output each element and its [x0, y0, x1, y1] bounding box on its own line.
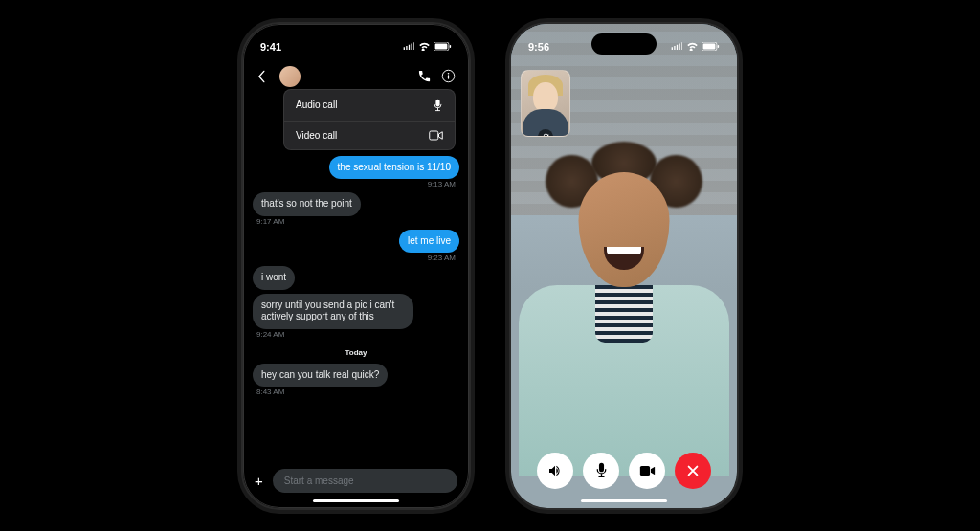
- close-icon: [686, 464, 700, 477]
- wifi-icon: [418, 42, 431, 51]
- call-icon[interactable]: [417, 69, 432, 83]
- status-time: 9:56: [528, 41, 549, 53]
- call-controls: [511, 453, 737, 489]
- contact-avatar[interactable]: [279, 66, 301, 87]
- flip-camera-icon: [542, 132, 550, 137]
- dynamic-island: [591, 33, 657, 55]
- message-time: 9:17 AM: [253, 217, 288, 226]
- message-input[interactable]: Start a message: [273, 469, 457, 493]
- message-bubble[interactable]: hey can you talk real quick?: [253, 364, 388, 387]
- status-time: 9:41: [260, 41, 281, 53]
- svg-rect-6: [435, 99, 439, 106]
- mute-button[interactable]: [583, 453, 619, 489]
- svg-point-4: [448, 73, 450, 75]
- speaker-button[interactable]: [537, 453, 573, 489]
- chat-screen: Audio call Video call the sexual tension…: [243, 62, 469, 508]
- back-button[interactable]: [256, 70, 266, 83]
- message-row: that's so not the point 9:17 AM: [253, 192, 459, 226]
- svg-rect-7: [430, 131, 438, 140]
- status-icons: [403, 42, 452, 51]
- message-bubble[interactable]: i wont: [253, 266, 295, 290]
- message-time: 9:13 AM: [424, 180, 459, 188]
- svg-rect-5: [448, 75, 449, 78]
- message-bubble[interactable]: the sexual tension is 11/10: [329, 156, 459, 180]
- video-icon: [429, 130, 443, 141]
- message-row: sorry until you send a pic i can't activ…: [253, 294, 459, 339]
- message-time: 8:43 AM: [253, 387, 288, 396]
- message-time: 9:23 AM: [424, 254, 459, 262]
- phone-video-call: 9:56: [509, 22, 739, 510]
- end-call-button[interactable]: [675, 453, 711, 489]
- video-call-label: Video call: [296, 130, 337, 141]
- phone-chat: 9:41 Audio call V: [241, 22, 471, 510]
- svg-rect-2: [450, 45, 452, 48]
- audio-call-label: Audio call: [296, 100, 337, 110]
- status-icons: [671, 42, 720, 51]
- message-row: let me live 9:23 AM: [253, 230, 459, 263]
- message-list[interactable]: the sexual tension is 11/10 9:13 AM that…: [243, 97, 469, 463]
- message-bubble[interactable]: let me live: [399, 230, 459, 254]
- self-video-pip[interactable]: [521, 70, 570, 137]
- dynamic-island: [323, 33, 389, 55]
- message-row: the sexual tension is 11/10 9:13 AM: [253, 156, 459, 189]
- wifi-icon: [686, 42, 699, 51]
- info-icon[interactable]: [441, 69, 456, 83]
- camera-icon: [639, 465, 656, 476]
- remote-video: [528, 124, 720, 402]
- svg-rect-1: [435, 44, 448, 50]
- video-call-option[interactable]: Video call: [284, 122, 455, 149]
- signal-icon: [403, 42, 415, 51]
- message-row: hey can you talk real quick? 8:43 AM: [253, 364, 459, 397]
- battery-icon: [434, 42, 452, 51]
- mic-icon: [433, 99, 443, 112]
- camera-button[interactable]: [629, 453, 665, 489]
- svg-rect-12: [718, 45, 720, 48]
- message-time: 9:24 AM: [253, 330, 288, 339]
- signal-icon: [671, 42, 683, 51]
- message-row: i wont: [253, 266, 459, 290]
- svg-rect-9: [639, 465, 649, 475]
- battery-icon: [702, 42, 720, 51]
- call-menu: Audio call Video call: [283, 89, 456, 150]
- svg-rect-11: [703, 44, 716, 50]
- message-composer: + Start a message: [243, 463, 469, 508]
- mic-icon: [595, 462, 608, 478]
- message-bubble[interactable]: sorry until you send a pic i can't activ…: [253, 294, 413, 329]
- video-call-screen: [511, 24, 737, 508]
- date-divider: Today: [253, 348, 459, 357]
- svg-rect-8: [598, 463, 603, 472]
- audio-call-option[interactable]: Audio call: [284, 90, 455, 122]
- message-bubble[interactable]: that's so not the point: [253, 192, 361, 216]
- add-button[interactable]: +: [255, 473, 263, 489]
- speaker-icon: [547, 463, 563, 478]
